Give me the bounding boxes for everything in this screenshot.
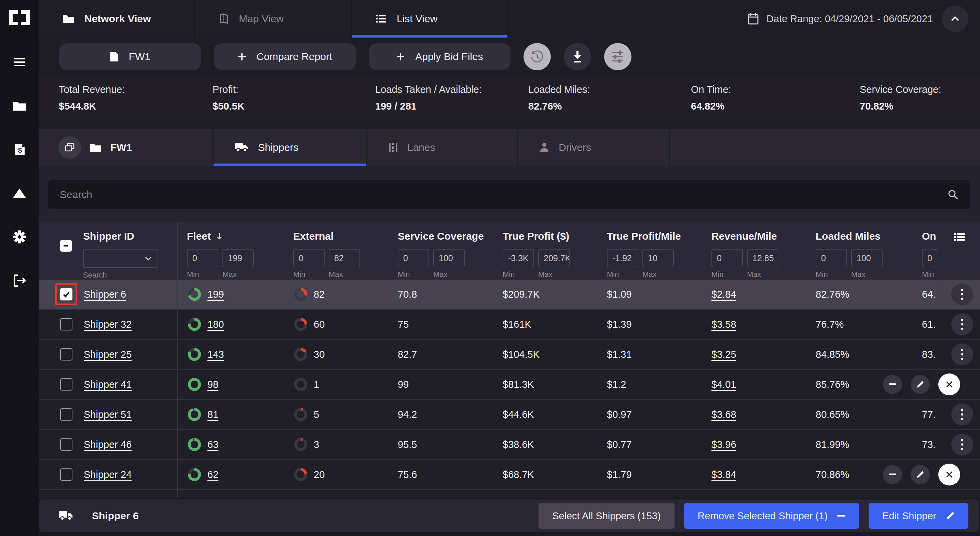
search-bar[interactable] <box>48 180 970 209</box>
bid-file-icon[interactable]: $ <box>14 142 25 157</box>
table-row[interactable]: Shipper 46 63 3 95.5 $38.6K $0.77 $3.96 … <box>38 430 980 460</box>
column-header[interactable]: True Profit/Mile <box>607 230 703 242</box>
table-row[interactable]: Shipper 25 143 30 82.7 $104.5K $1.31 $3.… <box>38 340 980 370</box>
compare-report-button[interactable]: Compare Report <box>214 43 356 70</box>
row-checkbox[interactable] <box>60 378 72 390</box>
select-all-checkbox[interactable] <box>60 240 72 252</box>
filter-sliders-button[interactable] <box>604 43 632 70</box>
copy-button[interactable] <box>59 136 81 159</box>
column-header[interactable]: Revenue/Mile <box>711 230 807 242</box>
row-menu-button[interactable] <box>951 434 973 455</box>
shipper-link[interactable]: Shipper 46 <box>84 439 132 450</box>
close-row-button[interactable] <box>938 464 960 485</box>
edit-shipper-button[interactable]: Edit Shipper <box>869 503 968 529</box>
table-row[interactable]: Shipper 24 62 20 75.6 $68.7K $1.79 $3.84… <box>38 460 980 490</box>
search-icon[interactable] <box>947 189 959 200</box>
fleet-link[interactable]: 63 <box>207 439 218 450</box>
revenue-mile-link[interactable]: $2.84 <box>711 289 737 300</box>
remove-row-button[interactable] <box>883 375 902 394</box>
logout-icon[interactable] <box>12 273 27 288</box>
min-input[interactable] <box>711 249 743 267</box>
table-row[interactable]: Shipper 41 98 1 99 $81.3K $1.2 $4.01 85.… <box>38 370 980 400</box>
row-menu-button[interactable] <box>951 404 973 425</box>
fleet-link[interactable]: 62 <box>207 469 218 480</box>
min-input[interactable] <box>293 249 325 267</box>
min-input[interactable] <box>398 249 429 267</box>
row-checkbox[interactable] <box>60 318 72 330</box>
max-input[interactable] <box>851 249 883 267</box>
edit-row-button[interactable] <box>911 375 930 394</box>
max-input[interactable] <box>538 249 570 267</box>
row-checkbox[interactable] <box>60 468 72 481</box>
revenue-mile-link[interactable]: $3.84 <box>711 469 737 480</box>
shipper-link[interactable]: Shipper 6 <box>84 289 126 300</box>
revenue-mile-link[interactable]: $3.68 <box>711 409 737 420</box>
fleet-link[interactable]: 81 <box>207 409 218 420</box>
row-menu-button[interactable] <box>951 283 973 305</box>
column-header[interactable]: On Time <box>922 230 938 242</box>
fleet-link[interactable]: 98 <box>207 379 218 390</box>
max-input[interactable] <box>747 249 778 267</box>
date-range-picker[interactable]: Date Range: 04/29/2021 - 06/05/2021 <box>747 13 933 25</box>
min-input[interactable] <box>607 249 638 267</box>
max-input[interactable] <box>643 249 674 267</box>
remove-row-button[interactable] <box>883 465 902 484</box>
folder-icon[interactable] <box>12 98 27 113</box>
tab-lanes[interactable]: Lanes <box>367 129 519 166</box>
brand-logo-icon[interactable] <box>9 10 30 25</box>
tab-network-view[interactable]: Network View <box>38 0 195 38</box>
min-input[interactable] <box>187 249 218 267</box>
row-menu-button[interactable] <box>951 313 973 335</box>
table-row[interactable]: Shipper 32 180 60 75 $161K $1.39 $3.58 7… <box>38 310 980 340</box>
tab-drivers[interactable]: Drivers <box>519 129 670 166</box>
shipper-filter-select[interactable] <box>83 249 158 268</box>
shipper-link[interactable]: Shipper 25 <box>84 349 132 360</box>
edit-row-button[interactable] <box>911 465 930 484</box>
triangle-icon[interactable] <box>12 186 27 201</box>
fw1-button[interactable]: FW1 <box>59 43 201 70</box>
max-input[interactable] <box>329 249 360 267</box>
tab-shippers[interactable]: Shippers <box>213 129 367 166</box>
history-button[interactable] <box>523 43 551 70</box>
row-checkbox[interactable] <box>60 348 72 360</box>
min-input[interactable] <box>922 249 938 267</box>
revenue-mile-link[interactable]: $3.25 <box>711 349 737 360</box>
max-input[interactable] <box>433 249 465 267</box>
fleet-link[interactable]: 143 <box>207 349 224 360</box>
download-button[interactable] <box>564 43 591 70</box>
tab-list-view[interactable]: List View <box>352 0 508 38</box>
row-checkbox[interactable] <box>60 438 72 450</box>
min-input[interactable] <box>503 249 534 267</box>
row-menu-button[interactable] <box>951 343 973 365</box>
revenue-mile-link[interactable]: $4.01 <box>711 379 737 390</box>
folder-tab-fw1[interactable]: FW1 <box>38 129 213 166</box>
shipper-link[interactable]: Shipper 32 <box>84 319 132 330</box>
revenue-mile-link[interactable]: $3.96 <box>711 439 737 450</box>
column-header[interactable]: Loaded Miles <box>816 230 911 242</box>
gear-icon[interactable] <box>12 230 27 244</box>
columns-icon[interactable] <box>952 232 966 243</box>
table-row[interactable]: Shipper 51 81 5 94.2 $44.6K $0.97 $3.68 … <box>38 400 980 430</box>
min-input[interactable] <box>816 249 847 267</box>
collapse-button[interactable] <box>942 5 968 32</box>
shipper-link[interactable]: Shipper 51 <box>84 409 132 420</box>
remove-selected-shipper-button[interactable]: Remove Selected Shipper (1) <box>684 503 859 529</box>
column-header[interactable]: Fleet <box>187 230 284 242</box>
apply-bid-files-button[interactable]: Apply Bid Files <box>369 43 511 70</box>
select-all-shippers-button[interactable]: Select All Shippers (153) <box>539 503 675 529</box>
fleet-link[interactable]: 199 <box>207 289 224 300</box>
search-input[interactable] <box>60 189 947 200</box>
row-checkbox[interactable] <box>60 408 72 420</box>
column-header[interactable]: Shipper ID <box>83 230 158 242</box>
column-header[interactable]: Service Coverage <box>398 230 494 242</box>
close-row-button[interactable] <box>938 374 960 395</box>
menu-icon[interactable] <box>13 55 26 70</box>
tab-map-view[interactable]: Map View <box>195 0 352 38</box>
shipper-link[interactable]: Shipper 24 <box>84 469 132 480</box>
revenue-mile-link[interactable]: $3.58 <box>711 319 737 330</box>
shipper-link[interactable]: Shipper 41 <box>84 379 132 390</box>
table-row[interactable]: Shipper 6 199 82 70.8 $209.7K $1.09 $2.8… <box>38 280 980 310</box>
fleet-link[interactable]: 180 <box>207 319 224 330</box>
column-header[interactable]: External <box>293 230 389 242</box>
column-header[interactable]: True Profit ($) <box>503 230 598 242</box>
